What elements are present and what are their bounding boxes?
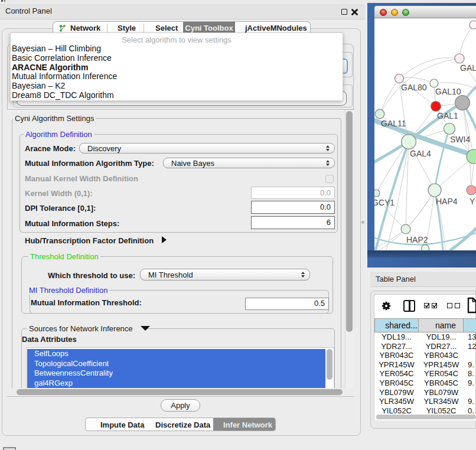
svg-text:HAP4: HAP4 <box>436 197 458 206</box>
svg-text:GAL1: GAL1 <box>437 111 458 120</box>
svg-text:GAL10: GAL10 <box>435 87 461 96</box>
svg-text:HAP2: HAP2 <box>406 235 428 244</box>
svg-text:GAL80: GAL80 <box>401 83 427 92</box>
svg-text:GCY1: GCY1 <box>374 198 395 207</box>
svg-text:Y: Y <box>470 197 475 206</box>
svg-text:SWI4: SWI4 <box>450 135 470 144</box>
svg-text:GAL11: GAL11 <box>381 119 406 128</box>
svg-text:GAL7: GAL7 <box>460 63 476 73</box>
svg-text:GAL4: GAL4 <box>410 149 431 158</box>
